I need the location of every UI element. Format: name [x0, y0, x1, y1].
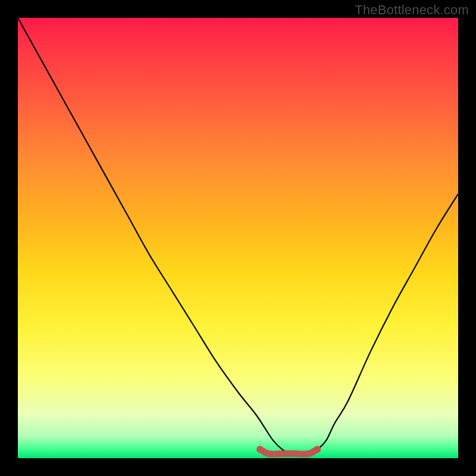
optimal-zone-start-dot — [256, 446, 264, 453]
chart-svg — [18, 18, 458, 458]
optimal-zone-end-dot — [314, 446, 321, 453]
chart-frame: TheBottleneck.com — [0, 0, 476, 476]
optimal-zone-line — [260, 449, 317, 454]
watermark-text: TheBottleneck.com — [355, 2, 469, 18]
bottleneck-curve-line — [18, 18, 458, 454]
plot-area — [18, 18, 458, 458]
